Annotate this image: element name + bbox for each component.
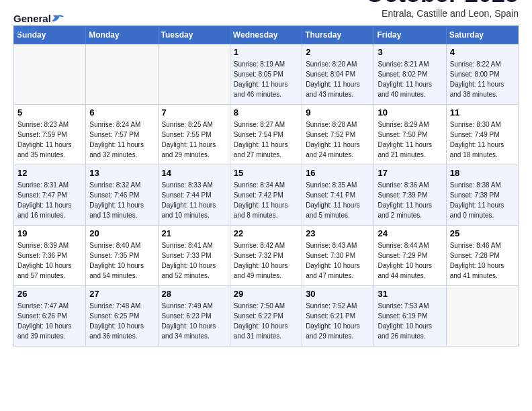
day-info: Sunrise: 8:38 AM Sunset: 7:38 PM Dayligh… (450, 180, 515, 220)
day-number: 6 (89, 107, 154, 118)
day-number: 18 (450, 168, 515, 178)
day-info: Sunrise: 8:22 AM Sunset: 8:00 PM Dayligh… (450, 59, 515, 99)
day-number: 12 (17, 168, 82, 178)
calendar-header-row: Sunday Monday Tuesday Wednesday Thursday… (14, 26, 519, 44)
calendar-cell: 16 Sunrise: 8:35 AM Sunset: 7:41 PM Dayl… (302, 165, 374, 226)
day-number: 27 (89, 289, 154, 299)
day-info: Sunrise: 8:44 AM Sunset: 7:29 PM Dayligh… (378, 240, 442, 281)
location-subtitle: Entrala, Castille and Leon, Spain (365, 8, 519, 19)
logo-general: General (13, 13, 51, 25)
day-info: Sunrise: 8:41 AM Sunset: 7:33 PM Dayligh… (162, 240, 226, 281)
calendar-table: Sunday Monday Tuesday Wednesday Thursday… (13, 26, 519, 347)
calendar-cell: 1 Sunrise: 8:19 AM Sunset: 8:05 PM Dayli… (230, 44, 302, 105)
calendar-cell: 31 Sunrise: 7:53 AM Sunset: 6:19 PM Dayl… (374, 286, 446, 347)
day-number: 15 (234, 168, 298, 178)
header-saturday: Saturday (446, 26, 518, 44)
day-number: 7 (162, 107, 226, 118)
day-info: Sunrise: 7:48 AM Sunset: 6:25 PM Dayligh… (89, 301, 154, 341)
day-number: 31 (378, 289, 442, 299)
calendar-cell: 12 Sunrise: 8:31 AM Sunset: 7:47 PM Dayl… (14, 165, 86, 226)
calendar-cell: 30 Sunrise: 7:52 AM Sunset: 6:21 PM Dayl… (302, 286, 374, 347)
calendar-cell (86, 44, 158, 105)
calendar-week-row: 26 Sunrise: 7:47 AM Sunset: 6:26 PM Dayl… (14, 286, 519, 347)
day-info: Sunrise: 7:47 AM Sunset: 6:26 PM Dayligh… (17, 301, 82, 341)
day-number: 25 (450, 228, 515, 238)
calendar-cell: 11 Sunrise: 8:30 AM Sunset: 7:49 PM Dayl… (446, 105, 518, 165)
day-number: 20 (89, 228, 154, 238)
calendar-cell: 27 Sunrise: 7:48 AM Sunset: 6:25 PM Dayl… (86, 286, 158, 347)
calendar-cell: 20 Sunrise: 8:40 AM Sunset: 7:35 PM Dayl… (86, 226, 158, 286)
day-number: 10 (378, 107, 442, 118)
calendar-week-row: 5 Sunrise: 8:23 AM Sunset: 7:59 PM Dayli… (14, 105, 519, 165)
calendar-week-row: 19 Sunrise: 8:39 AM Sunset: 7:36 PM Dayl… (14, 226, 519, 286)
day-number: 16 (306, 168, 370, 178)
calendar-cell: 23 Sunrise: 8:43 AM Sunset: 7:30 PM Dayl… (302, 226, 374, 286)
day-info: Sunrise: 8:20 AM Sunset: 8:04 PM Dayligh… (306, 59, 370, 99)
day-number: 14 (162, 168, 226, 178)
day-number: 24 (378, 228, 442, 238)
day-info: Sunrise: 8:40 AM Sunset: 7:35 PM Dayligh… (89, 240, 154, 281)
calendar-cell: 8 Sunrise: 8:27 AM Sunset: 7:54 PM Dayli… (230, 105, 302, 165)
calendar-cell: 25 Sunrise: 8:46 AM Sunset: 7:28 PM Dayl… (446, 226, 518, 286)
calendar-cell: 26 Sunrise: 7:47 AM Sunset: 6:26 PM Dayl… (14, 286, 86, 347)
day-number: 29 (234, 289, 298, 299)
calendar-cell: 3 Sunrise: 8:21 AM Sunset: 8:02 PM Dayli… (374, 44, 446, 105)
day-number: 30 (306, 289, 370, 299)
calendar-week-row: 12 Sunrise: 8:31 AM Sunset: 7:47 PM Dayl… (14, 165, 519, 226)
day-number: 23 (306, 228, 370, 238)
calendar-cell (446, 286, 518, 347)
day-info: Sunrise: 8:42 AM Sunset: 7:32 PM Dayligh… (234, 240, 298, 281)
calendar-cell: 18 Sunrise: 8:38 AM Sunset: 7:38 PM Dayl… (446, 165, 518, 226)
day-info: Sunrise: 8:24 AM Sunset: 7:57 PM Dayligh… (89, 120, 154, 160)
calendar-cell: 10 Sunrise: 8:29 AM Sunset: 7:50 PM Dayl… (374, 105, 446, 165)
day-number: 4 (450, 47, 515, 57)
day-number: 1 (234, 47, 298, 57)
day-info: Sunrise: 8:32 AM Sunset: 7:46 PM Dayligh… (89, 180, 154, 220)
day-info: Sunrise: 8:39 AM Sunset: 7:36 PM Dayligh… (17, 240, 82, 281)
month-year-title: October 2025 (365, 0, 519, 8)
calendar-cell (14, 44, 86, 105)
day-info: Sunrise: 8:25 AM Sunset: 7:55 PM Dayligh… (162, 120, 226, 160)
day-info: Sunrise: 8:33 AM Sunset: 7:44 PM Dayligh… (162, 180, 226, 220)
day-number: 9 (306, 107, 370, 118)
day-info: Sunrise: 8:30 AM Sunset: 7:49 PM Dayligh… (450, 120, 515, 160)
day-info: Sunrise: 8:43 AM Sunset: 7:30 PM Dayligh… (306, 240, 370, 281)
logo-blue: Blue (13, 25, 64, 36)
day-number: 19 (17, 228, 82, 238)
day-info: Sunrise: 7:49 AM Sunset: 6:23 PM Dayligh… (162, 301, 226, 341)
calendar-cell: 13 Sunrise: 8:32 AM Sunset: 7:46 PM Dayl… (86, 165, 158, 226)
day-number: 5 (17, 107, 82, 118)
day-info: Sunrise: 8:34 AM Sunset: 7:42 PM Dayligh… (234, 180, 298, 220)
header-friday: Friday (374, 26, 446, 44)
day-number: 8 (234, 107, 298, 118)
calendar-cell: 9 Sunrise: 8:28 AM Sunset: 7:52 PM Dayli… (302, 105, 374, 165)
day-number: 2 (306, 47, 370, 57)
calendar-cell (158, 44, 230, 105)
calendar-cell: 24 Sunrise: 8:44 AM Sunset: 7:29 PM Dayl… (374, 226, 446, 286)
day-number: 17 (378, 168, 442, 178)
day-info: Sunrise: 8:23 AM Sunset: 7:59 PM Dayligh… (17, 120, 82, 160)
bird-icon (52, 14, 64, 24)
day-info: Sunrise: 8:35 AM Sunset: 7:41 PM Dayligh… (306, 180, 370, 220)
day-number: 22 (234, 228, 298, 238)
header-tuesday: Tuesday (158, 26, 230, 44)
calendar-cell: 5 Sunrise: 8:23 AM Sunset: 7:59 PM Dayli… (14, 105, 86, 165)
day-info: Sunrise: 8:31 AM Sunset: 7:47 PM Dayligh… (17, 180, 82, 220)
day-number: 28 (162, 289, 226, 299)
calendar-cell: 2 Sunrise: 8:20 AM Sunset: 8:04 PM Dayli… (302, 44, 374, 105)
day-info: Sunrise: 7:52 AM Sunset: 6:21 PM Dayligh… (306, 301, 370, 341)
calendar-cell: 19 Sunrise: 8:39 AM Sunset: 7:36 PM Dayl… (14, 226, 86, 286)
calendar-cell: 17 Sunrise: 8:36 AM Sunset: 7:39 PM Dayl… (374, 165, 446, 226)
calendar-cell: 6 Sunrise: 8:24 AM Sunset: 7:57 PM Dayli… (86, 105, 158, 165)
day-info: Sunrise: 7:53 AM Sunset: 6:19 PM Dayligh… (378, 301, 442, 341)
header-wednesday: Wednesday (230, 26, 302, 44)
calendar-cell: 29 Sunrise: 7:50 AM Sunset: 6:22 PM Dayl… (230, 286, 302, 347)
day-info: Sunrise: 8:28 AM Sunset: 7:52 PM Dayligh… (306, 120, 370, 160)
calendar-week-row: 1 Sunrise: 8:19 AM Sunset: 8:05 PM Dayli… (14, 44, 519, 105)
day-number: 13 (89, 168, 154, 178)
day-info: Sunrise: 8:27 AM Sunset: 7:54 PM Dayligh… (234, 120, 298, 160)
logo-container: General Blue (13, 13, 64, 36)
calendar-cell: 21 Sunrise: 8:41 AM Sunset: 7:33 PM Dayl… (158, 226, 230, 286)
day-number: 3 (378, 47, 442, 57)
day-number: 21 (162, 228, 226, 238)
